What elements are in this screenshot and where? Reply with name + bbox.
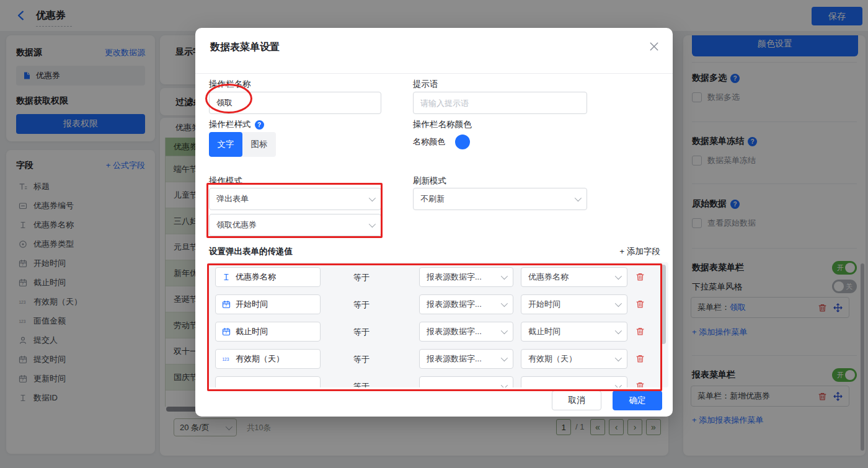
delete-row-icon[interactable] [636, 354, 645, 363]
svg-text:123: 123 [223, 357, 229, 361]
cancel-button[interactable]: 取消 [552, 391, 601, 410]
source-value-select[interactable]: 优惠券名称 [521, 267, 627, 287]
name-color-label: 操作栏名称颜色 [413, 119, 472, 130]
chevron-down-icon [501, 382, 508, 387]
date-icon: 7 [222, 300, 231, 309]
action-mode-label: 操作模式 [209, 175, 242, 187]
source-type-select[interactable]: 报表源数据字... [419, 267, 513, 287]
app-root: 优惠券 保存 数据源 更改数据源 优惠券 数据获取权限 报表权限 字段 + 公式… [0, 0, 868, 468]
action-style-segmented: 文字 图标 [209, 132, 276, 157]
chevron-down-icon [369, 195, 376, 201]
refresh-mode-select[interactable]: 不刷新 [413, 188, 587, 210]
refresh-mode-label: 刷新模式 [413, 175, 446, 187]
add-field-link[interactable]: + 添加字段 [619, 246, 660, 257]
tab-icon-style[interactable]: 图标 [242, 132, 276, 157]
chevron-down-icon [501, 273, 508, 280]
delete-row-icon[interactable] [636, 381, 645, 387]
transfer-row: 7 开始时间 等于 报表源数据字... 开始时间 [209, 294, 668, 314]
transfer-field-input[interactable] [215, 376, 321, 387]
chevron-down-icon [615, 273, 622, 280]
chevron-down-icon [615, 382, 622, 387]
source-value-select[interactable]: 开始时间 [521, 294, 627, 314]
chevron-down-icon [615, 355, 622, 361]
operator-label: 等于 [353, 299, 370, 311]
delete-row-icon[interactable] [636, 299, 645, 309]
chevron-down-icon [369, 221, 376, 227]
tab-text-style[interactable]: 文字 [209, 132, 242, 157]
transfer-rows-container: 优惠券名称 等于 报表源数据字... 优惠券名称 7 开始时间 [209, 262, 668, 387]
action-name-input[interactable] [209, 92, 381, 114]
action-mode-select[interactable]: 弹出表单 [209, 188, 381, 210]
name-color-sub-label: 名称颜色 [413, 136, 445, 148]
action-form-select[interactable]: 领取优惠券 [209, 214, 381, 236]
number-icon: 123 [222, 355, 231, 363]
close-icon[interactable] [649, 42, 659, 51]
transfer-field-input[interactable]: 7 截止时间 [215, 322, 321, 342]
transfer-row: 优惠券名称 等于 报表源数据字... 优惠券名称 [209, 267, 668, 287]
chevron-down-icon [501, 327, 508, 334]
transfer-field-input[interactable]: 7 开始时间 [215, 294, 321, 314]
operator-label: 等于 [353, 327, 370, 338]
chevron-down-icon [615, 300, 622, 307]
transfer-row: 123 有效期（天） 等于 报表源数据字... 有效期（天） [209, 349, 668, 369]
operator-label: 等于 [353, 354, 370, 365]
confirm-button[interactable]: 确定 [613, 391, 662, 410]
svg-text:7: 7 [225, 304, 227, 307]
source-type-select[interactable]: 报表源数据字... [419, 349, 513, 369]
chevron-down-icon [501, 300, 508, 307]
table-menu-settings-modal: 数据表菜单设置 操作栏名称 提示语 操作栏样式 文字 图标 操作栏名称颜色 名称… [195, 28, 673, 417]
operator-label: 等于 [353, 381, 370, 387]
chevron-down-icon [615, 327, 622, 334]
source-value-select[interactable] [521, 376, 627, 387]
chevron-down-icon [501, 355, 508, 361]
tip-input[interactable] [413, 92, 587, 114]
delete-row-icon[interactable] [636, 272, 645, 281]
text-icon [222, 273, 231, 281]
transfer-row: 等于 [209, 376, 668, 387]
action-style-label: 操作栏样式 [209, 119, 251, 130]
svg-text:7: 7 [225, 331, 227, 335]
source-type-select[interactable] [419, 376, 513, 387]
transfer-row: 7 截止时间 等于 报表源数据字... 截止时间 [209, 322, 668, 342]
action-name-label: 操作栏名称 [209, 79, 251, 90]
transfer-field-input[interactable]: 123 有效期（天） [215, 349, 321, 369]
divider [195, 73, 673, 74]
chevron-down-icon [575, 195, 582, 201]
transfer-field-input[interactable]: 优惠券名称 [215, 267, 321, 287]
source-value-select[interactable]: 截止时间 [521, 322, 627, 342]
operator-label: 等于 [353, 272, 370, 283]
transfer-values-label: 设置弹出表单的传递值 [209, 246, 293, 257]
source-type-select[interactable]: 报表源数据字... [419, 294, 513, 314]
source-value-select[interactable]: 有效期（天） [521, 349, 627, 369]
delete-row-icon[interactable] [636, 327, 645, 336]
modal-title: 数据表菜单设置 [210, 41, 280, 54]
source-type-select[interactable]: 报表源数据字... [419, 322, 513, 342]
help-icon[interactable] [255, 120, 264, 130]
tip-label: 提示语 [413, 79, 438, 90]
date-icon: 7 [222, 327, 231, 336]
color-swatch[interactable] [455, 135, 470, 149]
